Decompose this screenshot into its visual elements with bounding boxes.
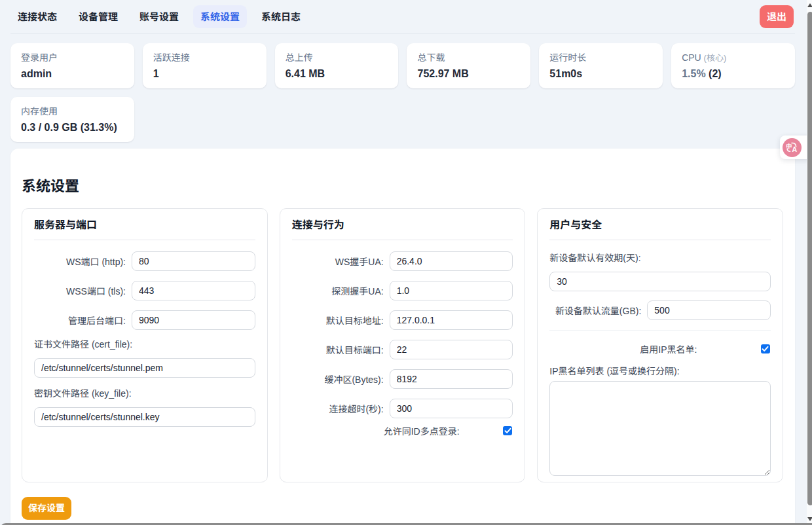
svg-text:A: A xyxy=(792,145,798,153)
